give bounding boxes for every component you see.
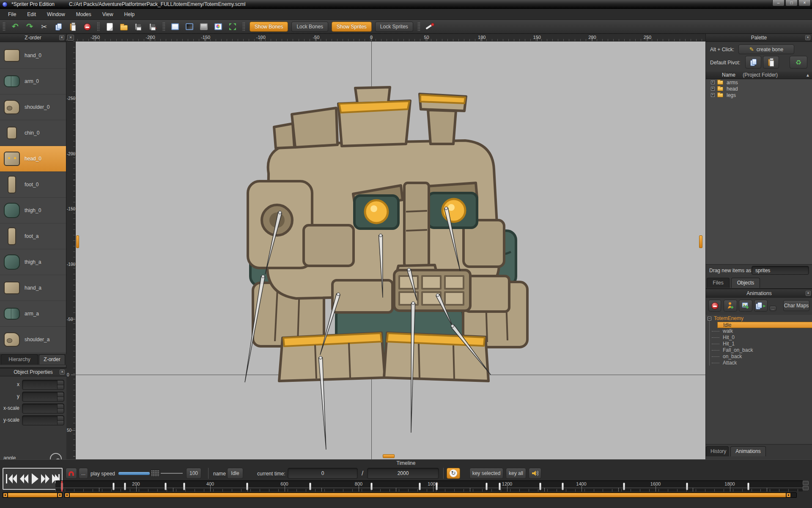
copy-pivot-button[interactable] — [745, 56, 761, 69]
open-folder-icon[interactable] — [118, 21, 129, 32]
toggle-lock-bones[interactable]: Lock Bones — [291, 22, 328, 32]
ruler-corner-close-icon[interactable]: ✕ — [67, 35, 74, 41]
scroll-down-button[interactable] — [803, 486, 809, 490]
zorder-item-hand_a[interactable]: hand_a — [0, 275, 66, 301]
zorder-item-arm_0[interactable]: arm_0 — [0, 69, 66, 94]
bone-tool-icon[interactable] — [425, 21, 436, 32]
keyframe-marker[interactable] — [623, 483, 625, 490]
play-speed-slider-track[interactable] — [161, 473, 183, 474]
save-as-icon[interactable]: + — [147, 21, 158, 32]
animation-item-Idle[interactable]: Idle — [717, 322, 812, 328]
loop-toggle-button[interactable]: ↻ — [447, 468, 460, 479]
sound-button[interactable] — [529, 468, 541, 479]
keyframe-marker[interactable] — [436, 483, 438, 490]
play-speed-slider-fill[interactable] — [118, 472, 150, 475]
close-panel-icon[interactable]: ✕ — [60, 370, 65, 375]
keyframe-marker[interactable] — [370, 483, 373, 490]
zorder-tab-hierarchy[interactable]: Hierarchy — [1, 354, 38, 364]
animation-item-Hit_0[interactable]: Hit_0 — [706, 334, 812, 341]
animation-item-on_back[interactable]: on_back — [706, 353, 812, 360]
animation-item-Fall_on_back[interactable]: Fall_on_back — [706, 347, 812, 353]
new-file-icon[interactable] — [104, 21, 115, 32]
palette-tab-objects[interactable]: Objects — [731, 278, 760, 288]
refresh-pivot-icon[interactable]: ♻ — [790, 56, 807, 69]
x-spinner[interactable] — [57, 381, 63, 389]
more-button[interactable]: ... — [769, 306, 776, 311]
bottom-scroll-handle[interactable] — [383, 454, 395, 458]
zorder-item-hand_0[interactable]: hand_0 — [0, 43, 66, 69]
menu-help[interactable]: Help — [119, 10, 140, 19]
view-black-icon[interactable] — [184, 21, 195, 32]
toolbar-grip[interactable] — [242, 22, 245, 31]
zorder-item-shoulder_0[interactable]: shoulder_0 — [0, 94, 66, 120]
totem-sprite[interactable] — [228, 85, 533, 389]
right-tab-animations[interactable]: Animations — [730, 446, 766, 456]
y-scale-input[interactable] — [22, 415, 64, 425]
duplicate-animation-button[interactable]: ▸ — [754, 300, 768, 312]
zorder-tab-z-order[interactable]: Z-order — [39, 354, 65, 364]
maximize-button[interactable]: □ — [785, 0, 798, 6]
keyframe-marker[interactable] — [539, 483, 541, 490]
close-panel-icon[interactable]: ✕ — [806, 291, 811, 296]
zorder-item-foot_a[interactable]: foot_a — [0, 224, 66, 249]
timeline-more-button[interactable]: ... — [79, 468, 88, 479]
folder-row-arms[interactable]: + arms — [706, 79, 812, 86]
toggle-lock-sprites[interactable]: Lock Sprites — [375, 22, 413, 32]
create-bone-button[interactable]: ✎ create bone — [738, 44, 794, 54]
palette-tab-files[interactable]: Files — [707, 278, 730, 288]
toggle-show-sprites[interactable]: Show Sprites — [332, 22, 372, 32]
delete-animation-button[interactable] — [708, 300, 721, 312]
keyframe-marker[interactable] — [309, 483, 311, 490]
delete-icon[interactable] — [82, 21, 93, 32]
keyframe-marker[interactable] — [419, 483, 421, 490]
keyframe-marker[interactable] — [562, 483, 564, 490]
y-input[interactable] — [22, 392, 64, 402]
zorder-item-thigh_0[interactable]: thigh_0 — [0, 198, 66, 224]
add-image-button[interactable] — [739, 300, 752, 312]
expand-icon[interactable]: + — [711, 80, 715, 84]
close-button[interactable]: × — [798, 0, 811, 6]
drag-items-dropdown[interactable]: sprites — [752, 266, 809, 275]
folder-row-legs[interactable]: + legs — [706, 92, 812, 98]
file-tree-header[interactable]: Name (Project Folder) ▴ — [706, 72, 812, 79]
zorder-item-thigh_a[interactable]: thigh_a — [0, 249, 66, 275]
right-scroll-handle[interactable] — [699, 235, 702, 248]
duration-input[interactable]: 2000 — [367, 468, 439, 479]
left-scroll-handle[interactable] — [76, 235, 79, 248]
canvas[interactable]: -250 -200 -150 -100 -50 0 50 100 150 200… — [66, 34, 705, 459]
undo-icon[interactable]: ↶ — [10, 21, 21, 32]
zorder-item-arm_a[interactable]: arm_a — [0, 301, 66, 327]
y-scale-spinner[interactable] — [57, 416, 63, 425]
keyframe-marker[interactable] — [486, 483, 488, 490]
menu-edit[interactable]: Edit — [22, 10, 41, 19]
view-color-icon[interactable] — [213, 21, 224, 32]
collapse-chevron-icon[interactable]: ▴ — [807, 72, 809, 79]
view-gray-icon[interactable] — [198, 21, 209, 32]
toolbar-grip[interactable] — [162, 22, 165, 31]
toolbar-grip[interactable] — [417, 22, 420, 31]
expand-icon[interactable]: + — [711, 87, 715, 91]
toggle-show-bones[interactable]: Show Bones — [250, 22, 288, 32]
entity-row[interactable]: − TotemEnemy — [706, 315, 812, 322]
animation-item-walk[interactable]: walk — [706, 328, 812, 334]
menu-file[interactable]: File — [3, 10, 22, 19]
toolbar-grip[interactable] — [3, 22, 5, 31]
menu-window[interactable]: Window — [41, 10, 71, 19]
y-spinner[interactable] — [57, 392, 63, 401]
right-tab-history[interactable]: History — [706, 446, 729, 456]
copy-icon[interactable] — [53, 21, 64, 32]
paste-pivot-button[interactable] — [763, 56, 779, 69]
timeline-ruler[interactable]: 20040060080010001200140016001800 — [55, 480, 803, 491]
paste-icon[interactable] — [67, 21, 78, 32]
keyframe-marker[interactable] — [499, 483, 501, 490]
animation-name-value[interactable]: Idle — [227, 468, 243, 479]
toolbar-grip[interactable] — [97, 22, 100, 31]
close-panel-icon[interactable]: ✕ — [805, 35, 810, 40]
collapse-icon[interactable]: − — [708, 317, 711, 320]
view-white-icon[interactable] — [170, 21, 181, 32]
scroll-up-button[interactable] — [803, 481, 809, 485]
keyframe-marker[interactable] — [165, 483, 167, 490]
keyframe-marker[interactable] — [747, 483, 749, 490]
snap-magnet-button[interactable] — [66, 468, 77, 479]
playback-scrollbar[interactable] — [3, 492, 63, 498]
